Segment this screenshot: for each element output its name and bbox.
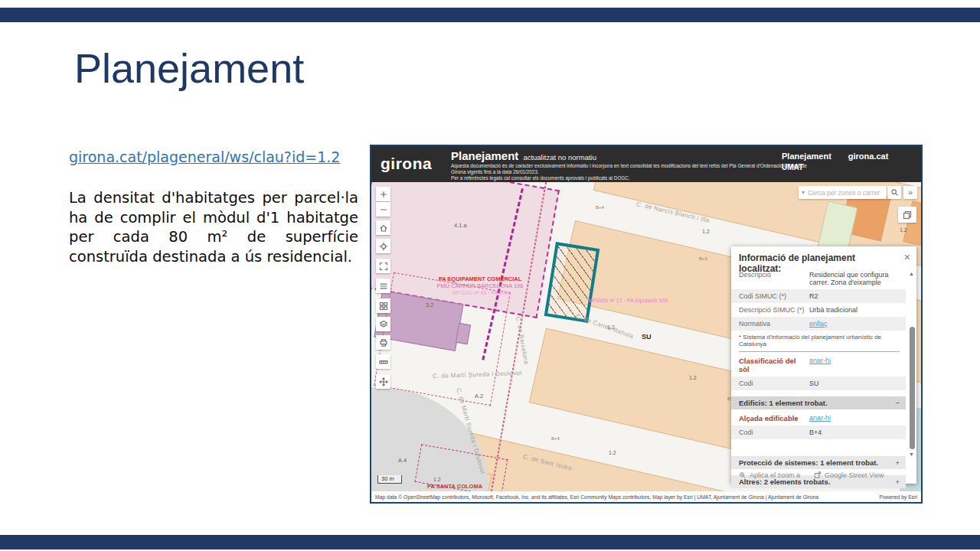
fullscreen-button[interactable] bbox=[376, 259, 390, 273]
map-screenshot: girona Planejamentactualitzat no normati… bbox=[370, 145, 923, 504]
pan-button[interactable] bbox=[376, 374, 390, 389]
attribute-value: SU bbox=[809, 377, 906, 390]
attribute-label: Descripció bbox=[731, 268, 809, 289]
info-panel: Informació de planejament localitzat: × … bbox=[731, 246, 916, 484]
zoom-to-button[interactable]: Aplica el zoom a bbox=[739, 471, 800, 479]
attribute-label: Codi bbox=[731, 425, 809, 439]
plan-label: PMU CARRER BARCELONA 106 bbox=[403, 282, 557, 289]
attribute-row: Codi SIMUC (*) R2 bbox=[731, 289, 906, 303]
external-link-icon bbox=[814, 471, 822, 479]
viewer-subtitle: actualitzat no normatiu bbox=[523, 153, 596, 161]
zoom-out-icon bbox=[379, 205, 388, 214]
zone-label: A.2 bbox=[475, 393, 483, 399]
parcel-code: 1.2 bbox=[702, 229, 710, 234]
layers-button[interactable] bbox=[376, 317, 390, 331]
close-icon[interactable]: × bbox=[904, 251, 910, 263]
proteccio-section-header[interactable]: Protecció de sistemes: 1 element trobat.… bbox=[731, 456, 906, 469]
panel-scrollbar[interactable] bbox=[910, 327, 915, 449]
slide: Planejament girona.cat/plageneral/ws/cla… bbox=[0, 0, 980, 551]
girona-plan-link[interactable]: girona.cat/plageneral/ws/clau?id=1.2 bbox=[69, 148, 340, 165]
plan-label: PA EQUIPAMENT COMERCIAL bbox=[403, 276, 557, 282]
disclaimer-line-1: Aquesta documentació és de caràcter excl… bbox=[451, 163, 817, 175]
viewer-title-text: Planejament bbox=[451, 149, 518, 162]
slide-bottom-bar bbox=[0, 535, 980, 549]
expand-icon: + bbox=[895, 458, 900, 467]
simuc-footnote: * Sistema d'informació del planejament u… bbox=[731, 331, 906, 349]
attribute-label: Codi bbox=[731, 377, 809, 390]
slide-top-bar bbox=[0, 8, 980, 22]
measure-icon bbox=[379, 357, 388, 367]
page-title: Planejament bbox=[74, 44, 304, 92]
attribute-row: Codi SU bbox=[731, 377, 906, 390]
print-button[interactable] bbox=[376, 335, 390, 350]
attribute-label: Descripció SIMUC (*) bbox=[731, 303, 809, 317]
anar-hi-link[interactable]: anar-hi bbox=[809, 357, 831, 364]
legend-button[interactable] bbox=[376, 279, 390, 293]
locate-icon bbox=[379, 242, 388, 251]
scroll-up-icon[interactable]: ▲ bbox=[909, 271, 914, 276]
section-title: Classificació del sòl bbox=[731, 354, 809, 377]
basemap-grid-icon bbox=[379, 302, 388, 311]
street-view-button[interactable]: Google Street View bbox=[814, 471, 884, 479]
zoom-in-button[interactable] bbox=[376, 187, 390, 201]
street-view-label: Google Street View bbox=[825, 471, 884, 479]
zoom-out-button[interactable] bbox=[376, 202, 390, 217]
anar-hi-link[interactable]: anar-hi bbox=[809, 414, 831, 422]
home-icon bbox=[379, 223, 388, 233]
attribute-value: Urbà tradicional bbox=[809, 303, 906, 317]
parcel-code: 1.2 bbox=[609, 450, 616, 455]
search-icon bbox=[890, 188, 899, 197]
viewer-title: Planejamentactualitzat no normatiu bbox=[451, 149, 596, 162]
attribute-row: Descripció SIMUC (*) Urbà tradicional bbox=[731, 303, 906, 317]
zone-label: 3.2 bbox=[426, 302, 433, 308]
plan-label: MPGOU 4ª 17 - PA Diputació 103 bbox=[588, 298, 668, 303]
search-input[interactable] bbox=[808, 189, 887, 197]
attribute-label: Normativa bbox=[731, 317, 809, 331]
home-button[interactable] bbox=[376, 220, 390, 235]
normativa-link[interactable]: enllaç bbox=[809, 320, 828, 328]
disclaimer-line-2: Per a referències legals cal consultar e… bbox=[451, 175, 817, 181]
attribute-row: Descripció Residencial que configura car… bbox=[731, 268, 906, 289]
brand-planejament: Planejament bbox=[782, 152, 831, 161]
collapse-panel-button[interactable]: » bbox=[903, 186, 917, 199]
zone-label: 4.1.a bbox=[454, 222, 467, 229]
compare-views-button[interactable] bbox=[898, 207, 916, 223]
viewer-header: girona Planejamentactualitzat no normati… bbox=[371, 146, 921, 182]
edificis-header-label: Edificis: 1 element trobat. bbox=[739, 399, 828, 407]
parcel-code: 1.2 bbox=[607, 324, 615, 330]
viewer-brand: Planejament girona.cat UMAT bbox=[782, 152, 910, 171]
height-code: B+4 bbox=[596, 205, 604, 210]
pages-icon bbox=[903, 210, 912, 220]
fullscreen-icon bbox=[379, 262, 388, 271]
section-row: Classificació del sòl anar-hi bbox=[731, 354, 906, 377]
parcel-code: 1.2 bbox=[900, 227, 907, 233]
section-row: Alçada edificable anar-hi bbox=[731, 411, 906, 425]
girona-logo: girona bbox=[381, 155, 432, 173]
plan-label: PA SANTA COLOMA bbox=[427, 483, 482, 490]
collapse-icon: − bbox=[895, 399, 900, 407]
attribute-row: Codi B+4 bbox=[731, 425, 906, 439]
scroll-down-icon[interactable]: ▼ bbox=[909, 452, 914, 457]
zoom-to-label: Aplica el zoom a bbox=[750, 471, 800, 479]
map-canvas[interactable]: C. de Narcís Blanch i Illa C. de Carles … bbox=[371, 182, 921, 491]
measure-button[interactable] bbox=[376, 354, 390, 369]
zoom-to-icon bbox=[739, 471, 746, 479]
double-chevron-icon: » bbox=[908, 188, 913, 197]
edificis-section-header[interactable]: Edificis: 1 element trobat. − bbox=[731, 396, 906, 409]
attribute-value: R2 bbox=[809, 289, 906, 303]
height-code: B+3 bbox=[699, 256, 707, 261]
attribute-value: B+4 bbox=[809, 425, 906, 439]
powered-by-esri: Powered by Esri bbox=[880, 494, 918, 500]
attribute-row: Normativa enllaç bbox=[731, 317, 906, 331]
parcel-code: 1.2 bbox=[689, 375, 697, 380]
scale-bar: 30 m bbox=[377, 475, 402, 484]
height-code: B+4 bbox=[551, 436, 560, 441]
zoom-in-icon bbox=[379, 190, 388, 199]
search-button[interactable] bbox=[887, 186, 901, 199]
locate-button[interactable] bbox=[376, 239, 390, 253]
legend-icon bbox=[379, 282, 388, 291]
basemap-gallery-button[interactable] bbox=[376, 298, 390, 313]
print-icon bbox=[379, 338, 388, 347]
attribute-value: Residencial que configura carrer. Zona d… bbox=[809, 268, 906, 289]
search-source-caret-icon[interactable]: ▾ bbox=[799, 189, 808, 196]
